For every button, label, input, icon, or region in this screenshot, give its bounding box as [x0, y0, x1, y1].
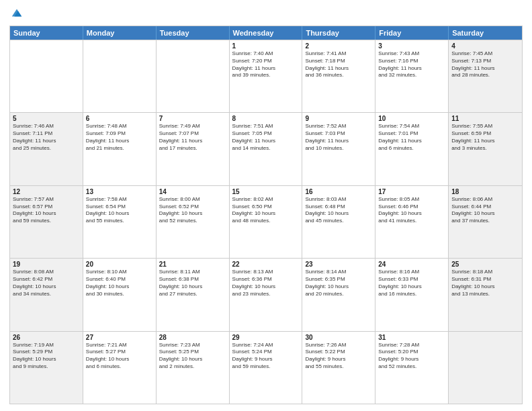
cal-cell: 24Sunrise: 8:16 AM Sunset: 6:33 PM Dayli… [375, 259, 449, 330]
cell-info: Sunrise: 7:43 AM Sunset: 7:16 PM Dayligh… [378, 50, 445, 79]
cal-cell: 17Sunrise: 8:05 AM Sunset: 6:46 PM Dayli… [375, 186, 449, 258]
cell-info: Sunrise: 8:05 AM Sunset: 6:46 PM Dayligh… [378, 196, 445, 225]
cal-cell: 25Sunrise: 8:18 AM Sunset: 6:31 PM Dayli… [449, 259, 522, 330]
day-number: 9 [305, 115, 372, 122]
cal-cell: 6Sunrise: 7:48 AM Sunset: 7:09 PM Daylig… [83, 113, 157, 185]
logo-icon [11, 7, 23, 19]
calendar-header: SundayMondayTuesdayWednesdayThursdayFrid… [10, 26, 522, 40]
header-cell-tuesday: Tuesday [157, 26, 230, 40]
cal-cell: 21Sunrise: 8:11 AM Sunset: 6:38 PM Dayli… [157, 259, 230, 330]
cal-cell [157, 40, 230, 112]
day-number: 31 [378, 334, 445, 341]
day-number: 18 [451, 188, 519, 195]
day-number: 3 [378, 42, 445, 50]
day-number: 7 [159, 115, 226, 122]
cell-info: Sunrise: 7:45 AM Sunset: 7:13 PM Dayligh… [451, 50, 519, 79]
day-number: 17 [378, 188, 445, 195]
cell-info: Sunrise: 7:19 AM Sunset: 5:29 PM Dayligh… [13, 342, 80, 371]
cal-cell: 1Sunrise: 7:40 AM Sunset: 7:20 PM Daylig… [230, 40, 303, 112]
cal-cell: 15Sunrise: 8:02 AM Sunset: 6:50 PM Dayli… [230, 186, 303, 258]
cell-info: Sunrise: 7:49 AM Sunset: 7:07 PM Dayligh… [159, 123, 226, 152]
day-number: 16 [305, 188, 372, 195]
cal-cell: 7Sunrise: 7:49 AM Sunset: 7:07 PM Daylig… [157, 113, 230, 185]
cal-cell: 28Sunrise: 7:23 AM Sunset: 5:25 PM Dayli… [157, 332, 230, 404]
day-number: 29 [232, 334, 300, 341]
cal-cell [83, 40, 157, 112]
calendar-row-1: 5Sunrise: 7:46 AM Sunset: 7:11 PM Daylig… [10, 112, 522, 185]
cal-cell: 14Sunrise: 8:00 AM Sunset: 6:52 PM Dayli… [157, 186, 230, 258]
cell-info: Sunrise: 8:00 AM Sunset: 6:52 PM Dayligh… [159, 196, 226, 225]
cal-cell [10, 40, 83, 112]
day-number: 8 [232, 115, 300, 122]
calendar-body: 1Sunrise: 7:40 AM Sunset: 7:20 PM Daylig… [10, 40, 522, 404]
cell-info: Sunrise: 8:08 AM Sunset: 6:42 PM Dayligh… [13, 269, 80, 298]
cal-cell: 20Sunrise: 8:10 AM Sunset: 6:40 PM Dayli… [83, 259, 157, 330]
day-number: 4 [451, 42, 519, 50]
day-number: 22 [232, 261, 300, 268]
cell-info: Sunrise: 8:06 AM Sunset: 6:44 PM Dayligh… [451, 196, 519, 225]
cal-cell: 31Sunrise: 7:28 AM Sunset: 5:20 PM Dayli… [375, 332, 449, 404]
day-number: 28 [159, 334, 226, 341]
day-number: 2 [305, 42, 372, 50]
cell-info: Sunrise: 8:16 AM Sunset: 6:33 PM Dayligh… [378, 269, 445, 298]
day-number: 11 [451, 115, 519, 122]
header-cell-friday: Friday [375, 26, 449, 40]
cal-cell: 5Sunrise: 7:46 AM Sunset: 7:11 PM Daylig… [10, 113, 83, 185]
day-number: 30 [305, 334, 372, 341]
day-number: 23 [305, 261, 372, 268]
header-cell-thursday: Thursday [302, 26, 375, 40]
cell-info: Sunrise: 7:26 AM Sunset: 5:22 PM Dayligh… [305, 342, 372, 371]
cal-cell [449, 332, 522, 404]
calendar-row-0: 1Sunrise: 7:40 AM Sunset: 7:20 PM Daylig… [10, 40, 522, 112]
cal-cell: 22Sunrise: 8:13 AM Sunset: 6:36 PM Dayli… [230, 259, 303, 330]
cell-info: Sunrise: 7:41 AM Sunset: 7:18 PM Dayligh… [305, 50, 372, 79]
calendar: SundayMondayTuesdayWednesdayThursdayFrid… [9, 26, 523, 404]
cal-cell: 30Sunrise: 7:26 AM Sunset: 5:22 PM Dayli… [302, 332, 375, 404]
cell-info: Sunrise: 7:58 AM Sunset: 6:54 PM Dayligh… [86, 196, 153, 225]
header-cell-wednesday: Wednesday [230, 26, 303, 40]
cal-cell: 10Sunrise: 7:54 AM Sunset: 7:01 PM Dayli… [375, 113, 449, 185]
cell-info: Sunrise: 7:23 AM Sunset: 5:25 PM Dayligh… [159, 342, 226, 371]
day-number: 24 [378, 261, 445, 268]
cal-cell: 19Sunrise: 8:08 AM Sunset: 6:42 PM Dayli… [10, 259, 83, 330]
header [9, 7, 523, 21]
cal-cell: 8Sunrise: 7:51 AM Sunset: 7:05 PM Daylig… [230, 113, 303, 185]
cal-cell: 9Sunrise: 7:52 AM Sunset: 7:03 PM Daylig… [302, 113, 375, 185]
calendar-row-3: 19Sunrise: 8:08 AM Sunset: 6:42 PM Dayli… [10, 258, 522, 330]
day-number: 5 [13, 115, 80, 122]
cal-cell: 3Sunrise: 7:43 AM Sunset: 7:16 PM Daylig… [375, 40, 449, 112]
day-number: 20 [86, 261, 153, 268]
day-number: 27 [86, 334, 153, 341]
cell-info: Sunrise: 8:13 AM Sunset: 6:36 PM Dayligh… [232, 269, 300, 298]
cell-info: Sunrise: 7:24 AM Sunset: 5:24 PM Dayligh… [232, 342, 300, 371]
day-number: 1 [232, 42, 300, 50]
cell-info: Sunrise: 7:57 AM Sunset: 6:57 PM Dayligh… [13, 196, 80, 225]
day-number: 19 [13, 261, 80, 268]
day-number: 10 [378, 115, 445, 122]
cell-info: Sunrise: 7:40 AM Sunset: 7:20 PM Dayligh… [232, 50, 300, 79]
cell-info: Sunrise: 8:14 AM Sunset: 6:35 PM Dayligh… [305, 269, 372, 298]
header-cell-sunday: Sunday [10, 26, 83, 40]
cell-info: Sunrise: 7:54 AM Sunset: 7:01 PM Dayligh… [378, 123, 445, 152]
cell-info: Sunrise: 7:21 AM Sunset: 5:27 PM Dayligh… [86, 342, 153, 371]
cell-info: Sunrise: 8:18 AM Sunset: 6:31 PM Dayligh… [451, 269, 519, 298]
cal-cell: 26Sunrise: 7:19 AM Sunset: 5:29 PM Dayli… [10, 332, 83, 404]
cal-cell: 2Sunrise: 7:41 AM Sunset: 7:18 PM Daylig… [302, 40, 375, 112]
cell-info: Sunrise: 8:10 AM Sunset: 6:40 PM Dayligh… [86, 269, 153, 298]
cell-info: Sunrise: 7:48 AM Sunset: 7:09 PM Dayligh… [86, 123, 153, 152]
cell-info: Sunrise: 8:02 AM Sunset: 6:50 PM Dayligh… [232, 196, 300, 225]
cell-info: Sunrise: 7:52 AM Sunset: 7:03 PM Dayligh… [305, 123, 372, 152]
cell-info: Sunrise: 7:55 AM Sunset: 6:59 PM Dayligh… [451, 123, 519, 152]
day-number: 21 [159, 261, 226, 268]
cal-cell: 29Sunrise: 7:24 AM Sunset: 5:24 PM Dayli… [230, 332, 303, 404]
day-number: 13 [86, 188, 153, 195]
header-cell-monday: Monday [83, 26, 157, 40]
day-number: 25 [451, 261, 519, 268]
cell-info: Sunrise: 8:11 AM Sunset: 6:38 PM Dayligh… [159, 269, 226, 298]
cal-cell: 16Sunrise: 8:03 AM Sunset: 6:48 PM Dayli… [302, 186, 375, 258]
cal-cell: 12Sunrise: 7:57 AM Sunset: 6:57 PM Dayli… [10, 186, 83, 258]
cell-info: Sunrise: 7:51 AM Sunset: 7:05 PM Dayligh… [232, 123, 300, 152]
page: SundayMondayTuesdayWednesdayThursdayFrid… [0, 0, 532, 411]
day-number: 26 [13, 334, 80, 341]
cell-info: Sunrise: 7:46 AM Sunset: 7:11 PM Dayligh… [13, 123, 80, 152]
